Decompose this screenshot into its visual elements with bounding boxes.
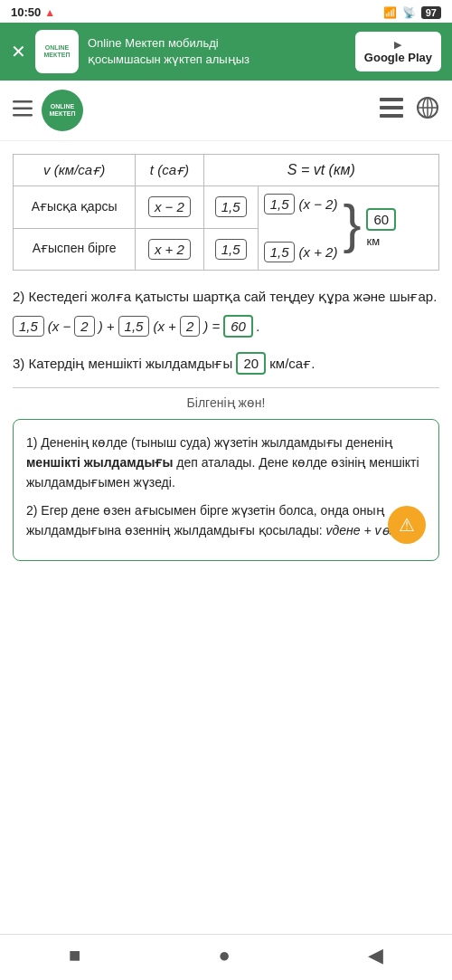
row1-v-box: x − 2: [148, 196, 191, 217]
header: ONLINE МЕКТЕП: [0, 81, 452, 141]
svg-rect-2: [13, 114, 33, 117]
row2-t: 1,5: [203, 228, 258, 271]
header-icons: [380, 96, 439, 125]
brace-cell: 1,5 (x − 2) 1,5 (x + 2) }: [258, 186, 438, 271]
row2-s1-box: 1,5: [264, 242, 296, 262]
row2-s-expr: 1,5 (x + 2): [264, 242, 338, 262]
col3-header: S = vt (км): [203, 155, 438, 186]
globe-icon[interactable]: [416, 96, 439, 125]
eq-val2-box: 2: [74, 316, 94, 337]
math-table: v (км/сағ) t (сағ) S = vt (км) Ағысқа қа…: [13, 154, 439, 271]
eq-val4-box: 2: [180, 316, 200, 337]
row1-t-box: 1,5: [215, 196, 247, 217]
status-bar: 10:50 ▲ 📶 📡 97: [0, 0, 452, 23]
play-store-label: Google Play: [364, 51, 432, 64]
time-display: 10:50: [11, 5, 41, 19]
info-para-1: 1) Дененің көлде (тыныш суда) жүзетін жы…: [26, 433, 426, 493]
row2-v: x + 2: [136, 228, 203, 271]
col2-header: t (сағ): [136, 155, 203, 186]
row1-label: Ағысқа қарсы: [14, 186, 136, 229]
brace-num-box: 60: [366, 208, 396, 231]
svg-rect-0: [13, 100, 33, 103]
main-content: v (км/сағ) t (сағ) S = vt (км) Ағысқа қа…: [0, 141, 452, 579]
info-para-2: 2) Егер дене өзен ағысымен бірге жүзетін…: [26, 500, 426, 541]
list-view-icon[interactable]: [380, 98, 403, 123]
play-store-icon: ▶: [394, 39, 401, 51]
row2-label: Ағыспен бірге: [14, 228, 136, 271]
battery-indicator: 97: [421, 6, 441, 19]
row2-v-box: x + 2: [148, 239, 191, 260]
equation-line: 1,5 (x − 2 ) + 1,5 (x + 2 ) = 60 .: [13, 315, 439, 338]
alert-icon: ▲: [44, 6, 55, 19]
back-button[interactable]: ◀: [368, 944, 383, 967]
hamburger-menu-icon[interactable]: [13, 100, 33, 121]
row1-s-expr: 1,5 (x − 2): [264, 194, 338, 214]
app-banner: ✕ ONLINE МЕКТЕП Online Мектеп мобильді қ…: [0, 23, 452, 81]
section-divider: [13, 387, 439, 388]
eq-val3-box: 1,5: [118, 316, 150, 337]
google-play-button[interactable]: ▶ Google Play: [355, 32, 441, 71]
status-left: 10:50 ▲: [11, 5, 55, 19]
answer-value-box: 20: [236, 352, 266, 375]
row1-t: 1,5: [203, 186, 258, 229]
banner-close-button[interactable]: ✕: [11, 41, 26, 62]
svg-rect-3: [380, 98, 403, 101]
banner-logo: ONLINE МЕКТЕП: [35, 30, 79, 73]
wifi-icon: 📡: [402, 6, 416, 19]
row1-v: x − 2: [136, 186, 203, 229]
equation-intro: 2) Кестедегі жолға қатысты шартқа сай те…: [13, 287, 439, 308]
equation-section: 2) Кестедегі жолға қатысты шартқа сай те…: [13, 287, 439, 338]
table-row: Ағысқа қарсы x − 2 1,5 1,5 (x − 2): [14, 186, 439, 229]
svg-rect-4: [380, 106, 403, 109]
header-logo: ONLINE МЕКТЕП: [42, 90, 83, 131]
svg-rect-1: [13, 107, 33, 109]
status-right: 📶 📡 97: [383, 6, 441, 19]
row1-s1-box: 1,5: [264, 194, 296, 214]
row2-t-box: 1,5: [215, 239, 247, 260]
info-box: 1) Дененің көлде (тыныш суда) жүзетін жы…: [13, 419, 439, 562]
recent-apps-button[interactable]: ■: [69, 944, 80, 967]
banner-text: Online Мектеп мобильді қосымшасын жүктеп…: [88, 35, 346, 68]
home-button[interactable]: ●: [218, 944, 230, 967]
svg-rect-5: [380, 114, 403, 118]
col1-header: v (км/сағ): [14, 155, 136, 186]
eq-val1-box: 1,5: [13, 316, 44, 337]
bottom-nav: ■ ● ◀: [0, 934, 452, 980]
eq-val5-box: 60: [223, 315, 253, 338]
answer-section: 3) Катердің меншікті жылдамдығы 20 км/са…: [13, 352, 439, 375]
divider-label: Білгенің жөн!: [13, 395, 439, 410]
signal-icon: 📶: [383, 6, 397, 19]
